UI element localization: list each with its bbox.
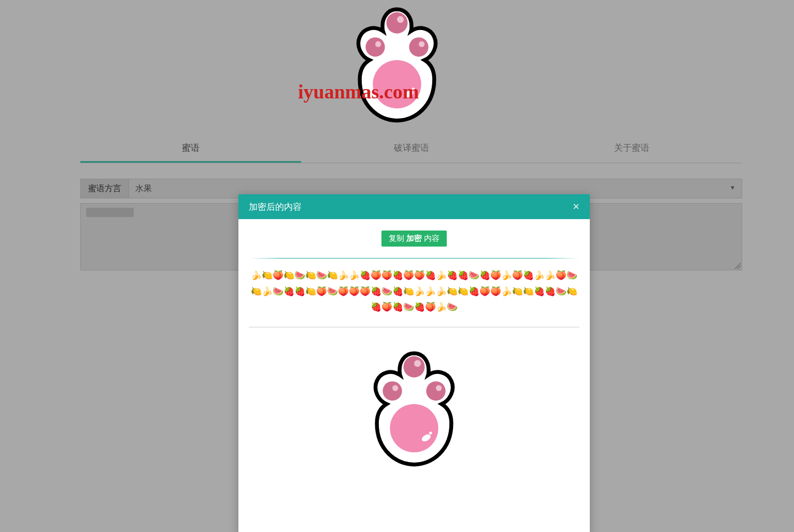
svg-point-15 [390,404,438,452]
copy-prefix: 复制 [389,234,406,242]
modal-logo [249,339,579,530]
paw-icon [342,339,487,484]
paw-icon [324,0,470,140]
svg-point-2 [365,37,385,56]
tab-decrypt[interactable]: 破译蜜语 [301,135,522,163]
copy-suffix: 内容 [422,234,439,242]
dialect-selected-value: 水果 [135,184,152,193]
divider-top [249,258,579,258]
svg-point-8 [412,88,415,91]
tab-about[interactable]: 关于蜜语 [521,135,742,163]
svg-point-14 [436,385,442,391]
close-icon[interactable]: × [573,201,579,212]
svg-point-9 [403,356,424,377]
tab-encrypt[interactable]: 蜜语 [80,135,301,163]
svg-point-6 [373,60,421,108]
svg-point-10 [414,360,421,367]
copy-bold: 加密 [406,234,422,242]
svg-point-12 [392,385,398,391]
svg-point-17 [429,432,432,435]
copy-button[interactable]: 复制 加密 内容 [381,231,447,247]
svg-point-1 [397,16,404,23]
result-modal: 加密后的内容 × 复制 加密 内容 🍌🍋🍑🍋🍉🍋🍉🍋🍌🍌🍓🍑🍑🍓🍑🍑🍓🍌🍓🍓🍉🍓… [238,194,590,532]
svg-point-0 [386,12,407,34]
svg-point-11 [382,381,402,400]
resize-handle-icon[interactable] [734,263,741,269]
svg-point-13 [426,381,445,400]
dialect-label: 蜜语方言 [80,179,129,198]
header-logo [322,0,472,135]
svg-point-4 [409,37,428,56]
svg-point-5 [419,41,424,47]
modal-header: 加密后的内容 × [238,194,590,219]
redacted-text [86,208,134,217]
svg-point-3 [375,41,381,47]
modal-title: 加密后的内容 [249,201,302,213]
encrypted-output: 🍌🍋🍑🍋🍉🍋🍉🍋🍌🍌🍓🍑🍑🍓🍑🍑🍓🍌🍓🍓🍉🍓🍑🍌🍑🍓🍌🍌🍑🍉🍋🍌🍉🍓🍓🍋🍑🍉🍑🍑… [249,268,579,318]
divider-bottom [249,327,579,327]
tab-bar: 蜜语 破译蜜语 关于蜜语 [80,135,742,163]
